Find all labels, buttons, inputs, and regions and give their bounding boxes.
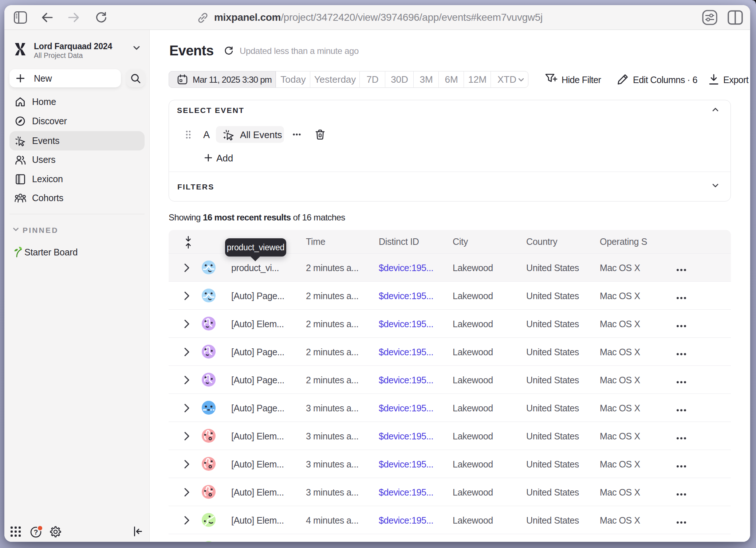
svg-text:?: ?: [34, 528, 38, 536]
